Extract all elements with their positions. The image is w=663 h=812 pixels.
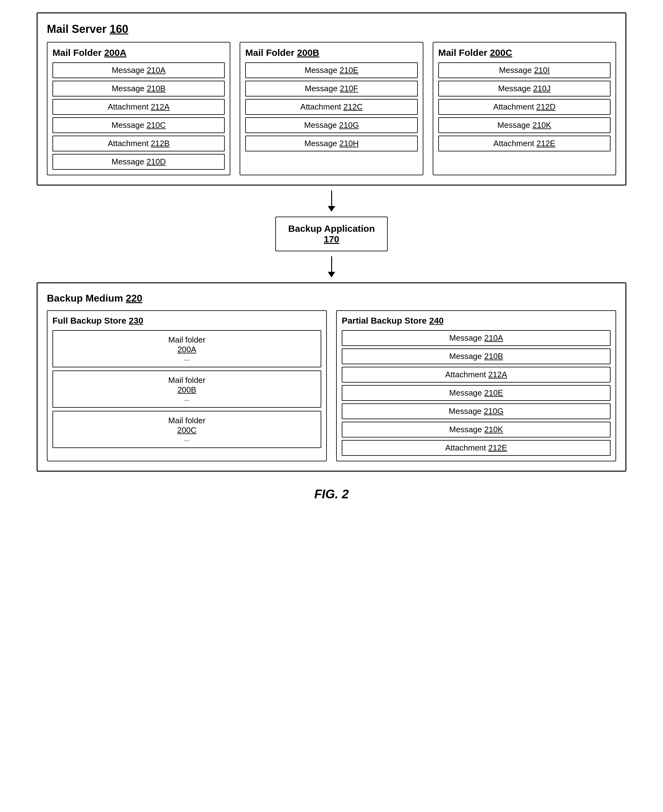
backup-folder-200b: Mail folder 200B ... <box>52 370 321 408</box>
partial-message-210k: Message 210K <box>342 422 611 437</box>
backup-folder-200a-number: 200A <box>178 345 196 354</box>
backup-app-box: Backup Application 170 <box>275 216 388 251</box>
folder-200c-number: 200C <box>490 47 512 58</box>
full-backup-store-number: 230 <box>129 316 143 326</box>
message-210k: Message 210K <box>438 117 611 133</box>
backup-folder-200a: Mail folder 200A ... <box>52 330 321 367</box>
arrow-mail-to-backup-app <box>328 189 335 213</box>
backup-folder-200c-dots: ... <box>57 435 317 443</box>
backup-stores-row: Full Backup Store 230 Mail folder 200A .… <box>47 310 616 462</box>
mail-folder-200b: Mail Folder 200B Message 210E Message 21… <box>239 42 423 175</box>
figure-caption: FIG. 2 <box>314 487 349 501</box>
backup-medium-box: Backup Medium 220 Full Backup Store 230 … <box>37 283 626 471</box>
mail-folder-200a: Mail Folder 200A Message 210A Message 21… <box>47 42 230 175</box>
backup-folder-200b-number: 200B <box>178 385 196 394</box>
backup-folder-200c: Mail folder 200C ... <box>52 411 321 448</box>
message-210d: Message 210D <box>52 154 225 170</box>
backup-folder-200b-dots: ... <box>57 395 317 403</box>
mail-server-label: Mail Server 160 <box>47 23 616 36</box>
mail-folders-row: Mail Folder 200A Message 210A Message 21… <box>47 42 616 175</box>
message-210f: Message 210F <box>245 81 417 97</box>
folder-200a-label: Mail Folder 200A <box>52 47 225 58</box>
diagram-container: Mail Server 160 Mail Folder 200A Message… <box>37 13 626 501</box>
backup-folder-200c-number: 200C <box>177 425 196 435</box>
backup-app-number: 170 <box>288 234 375 244</box>
message-210g: Message 210G <box>245 117 417 133</box>
partial-attachment-212a: Attachment 212A <box>342 367 611 383</box>
partial-attachment-212e: Attachment 212E <box>342 440 611 456</box>
full-backup-store-label: Full Backup Store 230 <box>52 316 321 326</box>
message-210i: Message 210I <box>438 62 611 78</box>
backup-folder-200a-dots: ... <box>57 354 317 362</box>
mail-server-box: Mail Server 160 Mail Folder 200A Message… <box>37 13 626 186</box>
message-210j: Message 210J <box>438 81 611 97</box>
message-210h: Message 210H <box>245 136 417 152</box>
partial-backup-store-label: Partial Backup Store 240 <box>342 316 611 326</box>
message-210b: Message 210B <box>52 81 225 97</box>
partial-message-210a: Message 210A <box>342 330 611 346</box>
folder-200c-label: Mail Folder 200C <box>438 47 611 58</box>
attachment-212a: Attachment 212A <box>52 99 225 115</box>
arrow-line-1 <box>331 190 332 206</box>
backup-medium-label: Backup Medium 220 <box>47 292 616 304</box>
partial-message-210b: Message 210B <box>342 349 611 364</box>
message-210c: Message 210C <box>52 117 225 133</box>
partial-message-210g: Message 210G <box>342 404 611 419</box>
attachment-212e-top: Attachment 212E <box>438 136 611 152</box>
attachment-212b: Attachment 212B <box>52 136 225 152</box>
partial-backup-store: Partial Backup Store 240 Message 210A Me… <box>336 310 616 462</box>
folder-200b-number: 200B <box>297 47 319 58</box>
full-backup-store: Full Backup Store 230 Mail folder 200A .… <box>47 310 327 462</box>
attachment-212c: Attachment 212C <box>245 99 417 115</box>
arrow-head-2 <box>328 272 335 278</box>
folder-200a-number: 200A <box>104 47 127 58</box>
backup-app-label: Backup Application <box>288 223 375 234</box>
arrow-head-1 <box>328 206 335 211</box>
message-210e: Message 210E <box>245 62 417 78</box>
folder-200b-label: Mail Folder 200B <box>245 47 417 58</box>
attachment-212d: Attachment 212D <box>438 99 611 115</box>
partial-backup-store-number: 240 <box>429 316 444 326</box>
arrow-backup-app-to-medium <box>328 254 335 279</box>
partial-message-210e: Message 210E <box>342 385 611 401</box>
mail-folder-200c: Mail Folder 200C Message 210I Message 21… <box>433 42 616 175</box>
arrow-line-2 <box>331 256 332 272</box>
backup-medium-number: 220 <box>126 292 142 304</box>
message-210a: Message 210A <box>52 62 225 78</box>
mail-server-number: 160 <box>110 23 128 36</box>
